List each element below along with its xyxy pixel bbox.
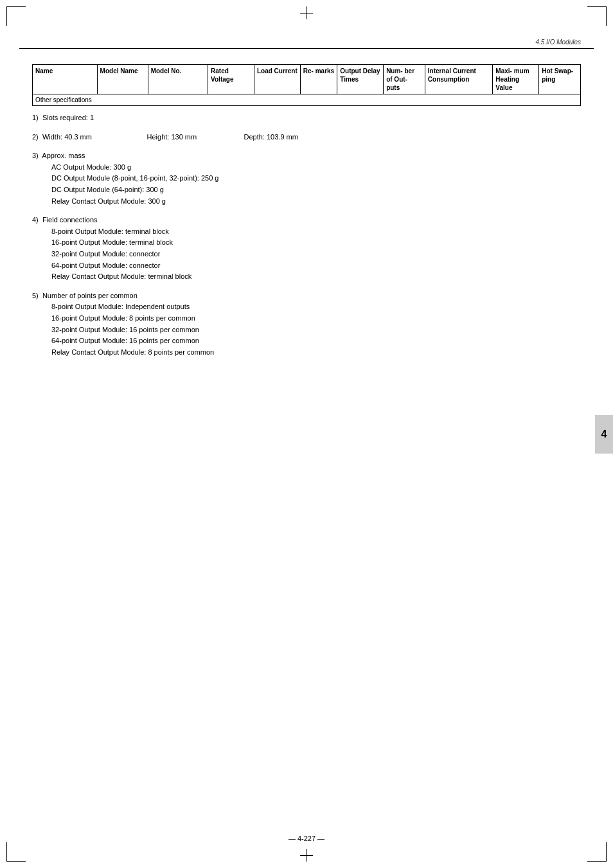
note-4-items: 8-point Output Module: terminal block 16…	[51, 226, 581, 283]
note-4-item-0: 8-point Output Module: terminal block	[51, 226, 581, 238]
note-5-number: 5)	[32, 292, 42, 299]
note-4-item-2: 32-point Output Module: connector	[51, 249, 581, 260]
col-model-name: Model Name	[97, 65, 148, 94]
note-5-item-1: 16-point Output Module: 8 points per com…	[51, 313, 581, 324]
note-4-title: Field connections	[42, 216, 98, 224]
corner-mark-br	[587, 842, 607, 862]
note-3-item-3: Relay Contact Output Module: 300 g	[51, 196, 581, 208]
col-name: Name	[33, 65, 98, 94]
note-1-number: 1)	[32, 114, 42, 121]
col-model-no: Model No.	[148, 65, 208, 94]
note-5-item-4: Relay Contact Output Module: 8 points pe…	[51, 347, 581, 359]
note-4-item-1: 16-point Output Module: terminal block	[51, 237, 581, 249]
corner-mark-tl	[6, 6, 26, 26]
crosshair-bottom	[300, 849, 313, 862]
note-3-item-2: DC Output Module (64-point): 300 g	[51, 184, 581, 196]
note-5-item-2: 32-point Output Module: 16 points per co…	[51, 324, 581, 336]
note-5-title: Number of points per common	[42, 292, 138, 299]
col-load-current: Load Current	[254, 65, 300, 94]
note-2-depth: Depth: 103.9 mm	[244, 133, 298, 141]
note-3: 3) Approx. mass AC Output Module: 300 g …	[32, 150, 581, 207]
page-header: 4.5 I/O Modules	[535, 39, 581, 46]
note-3-items: AC Output Module: 300 g DC Output Module…	[51, 162, 581, 207]
note-4-number: 4)	[32, 216, 42, 224]
note-3-number: 3)	[32, 152, 42, 159]
col-internal-current: Internal Current Consumption	[425, 65, 493, 94]
note-1-text: Slots required: 1	[42, 114, 94, 121]
note-2: 2) Width: 40.3 mm Height: 130 mm Depth: …	[32, 132, 581, 143]
spec-table: Name Model Name Model No. Rated Voltage …	[32, 64, 581, 106]
note-3-title: Approx. mass	[42, 152, 85, 159]
note-4-item-3: 64-point Output Module: connector	[51, 260, 581, 272]
chapter-tab: 4	[595, 415, 613, 454]
notes-section: 1) Slots required: 1 2) Width: 40.3 mm H…	[32, 112, 581, 358]
note-2-height: Height: 130 mm	[147, 133, 197, 141]
main-content: Name Model Name Model No. Rated Voltage …	[32, 64, 581, 804]
corner-mark-bl	[6, 842, 26, 862]
note-2-number: 2)	[32, 133, 42, 141]
col-remarks: Re- marks	[300, 65, 337, 94]
note-5-item-0: 8-point Output Module: Independent outpu…	[51, 301, 581, 313]
other-spec-row: Other specifications	[33, 94, 581, 106]
col-hot-swapping: Hot Swap- ping	[539, 65, 581, 94]
note-3-item-0: AC Output Module: 300 g	[51, 162, 581, 173]
note-5-items: 8-point Output Module: Independent outpu…	[51, 301, 581, 358]
note-5: 5) Number of points per common 8-point O…	[32, 290, 581, 359]
note-4-item-4: Relay Contact Output Module: terminal bl…	[51, 271, 581, 283]
col-num-outputs: Num- ber of Out- puts	[384, 65, 425, 94]
other-spec-cell: Other specifications	[33, 94, 581, 106]
col-output-delay: Output Delay Times	[337, 65, 384, 94]
note-5-item-3: 64-point Output Module: 16 points per co…	[51, 335, 581, 347]
note-1: 1) Slots required: 1	[32, 112, 581, 124]
crosshair-top	[300, 6, 313, 19]
page-footer: — 4-227 —	[0, 835, 613, 842]
note-4: 4) Field connections 8-point Output Modu…	[32, 215, 581, 283]
header-rule	[19, 48, 594, 49]
note-3-item-1: DC Output Module (8-point, 16-point, 32-…	[51, 173, 581, 184]
note-2-text: Width: 40.3 mm	[42, 133, 92, 141]
col-rated-voltage: Rated Voltage	[208, 65, 254, 94]
col-max-heating: Maxi- mum Heating Value	[493, 65, 539, 94]
corner-mark-tr	[587, 6, 607, 26]
